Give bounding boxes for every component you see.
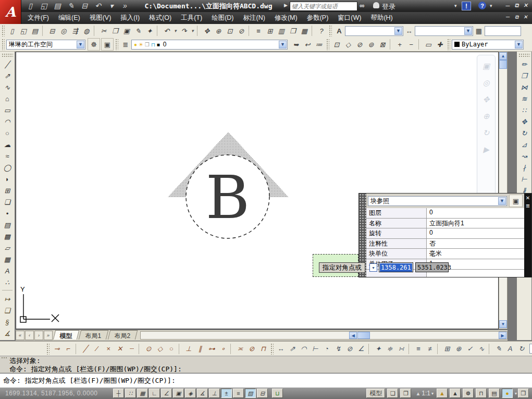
dim-jog-line-icon[interactable]: ∿ <box>476 344 487 354</box>
palette-properties-icon[interactable]: ≣ <box>526 203 530 209</box>
open-icon[interactable]: ◱ <box>18 26 29 36</box>
layer-previous-icon[interactable]: ↩ <box>302 39 313 50</box>
snap-insertion-icon[interactable]: ⊶ <box>206 344 217 354</box>
layer-properties-manager-icon[interactable]: ≣ <box>120 39 131 50</box>
spline-icon[interactable]: ≈ <box>1 150 14 162</box>
login-dropdown-icon[interactable]: ▾ <box>454 3 457 8</box>
zoom-scale-icon[interactable]: ⊘ <box>354 39 365 50</box>
osnap-settings-icon[interactable]: ⊓ <box>257 344 269 354</box>
ducs-toggle[interactable]: ⊥ <box>209 389 220 398</box>
chevron-down-icon[interactable]: ▼ <box>464 27 472 35</box>
move-icon[interactable]: ✥ <box>518 116 530 127</box>
nav-orbit-icon[interactable]: ↻ <box>483 128 490 138</box>
vertical-scrollbar[interactable]: ▲ ▼ <box>499 52 508 329</box>
undo-icon[interactable]: ↶ <box>93 1 103 10</box>
snap-nearest-icon[interactable]: ≍ <box>234 344 246 354</box>
quick-dim-icon[interactable]: ✦ <box>373 344 384 354</box>
dynamic-input-list-icon[interactable]: ▾ <box>369 263 377 272</box>
snap-none-icon[interactable]: ⊘ <box>246 344 257 354</box>
property-row[interactable]: 注释性 否 <box>366 239 524 249</box>
copy-icon[interactable]: ❐ <box>109 26 121 36</box>
tool-palettes-icon[interactable]: ▥ <box>276 26 287 36</box>
menu-item[interactable]: 参数(P) <box>302 13 333 23</box>
help-icon[interactable]: ? <box>316 26 327 36</box>
zoom-dynamic-icon[interactable]: ◇ <box>342 39 354 50</box>
steering-wheel-icon[interactable]: ◎ <box>482 78 489 88</box>
more-commands-icon[interactable]: » <box>120 1 130 10</box>
dynamic-input-y-field[interactable]: 5351.0233 <box>415 262 449 272</box>
horizontal-scrollbar[interactable]: ◀ ▶ <box>140 331 508 340</box>
text-style-icon[interactable]: A <box>333 26 345 36</box>
layer-states-manager-icon[interactable]: ≔ <box>313 39 325 50</box>
scroll-down-icon[interactable]: ▼ <box>499 320 507 328</box>
copy-base-icon[interactable]: ❑ <box>1 305 14 316</box>
dim-space-icon[interactable]: ≡ <box>413 344 424 354</box>
chevron-down-icon[interactable]: ▼ <box>498 197 506 205</box>
menu-item[interactable]: 编辑(E) <box>54 13 85 23</box>
snap-from-icon[interactable]: ⌐ <box>63 344 74 354</box>
make-object-layer-current-icon[interactable]: ➥ <box>290 39 302 50</box>
color-control-combo[interactable]: ByLayer ▼ <box>452 40 524 50</box>
nav-zoom-icon[interactable]: ⊕ <box>483 112 490 121</box>
snap-tangent-icon[interactable]: ○ <box>166 344 177 354</box>
zoom-all-icon[interactable]: ▭ <box>423 39 434 50</box>
vertical-scroll-thumb[interactable] <box>499 60 507 69</box>
zoom-window-icon[interactable]: ⊡ <box>331 39 342 50</box>
polyline-icon[interactable]: ∿ <box>1 81 14 93</box>
dim-linear-icon[interactable]: ↔ <box>275 344 287 354</box>
doc-restore-icon[interactable]: ⧉ <box>512 14 521 20</box>
menu-item[interactable]: 工具(T) <box>176 13 207 23</box>
command-input-line[interactable]: 命令: 指定对角点或 [栏选(F)/圈围(WP)/圈交(CP)]: <box>0 373 532 388</box>
app-minimize-icon[interactable]: ─ <box>503 2 512 9</box>
circle-icon[interactable]: ○ <box>1 127 14 139</box>
table-style-icon[interactable]: ▦ <box>473 26 485 36</box>
snap-endpoint-icon[interactable]: ╱ <box>80 344 91 354</box>
rotate-icon[interactable]: ↻ <box>518 127 530 139</box>
object-type-combo[interactable]: 块参照 ▼ <box>368 196 507 206</box>
workspace-settings-icon[interactable]: ☸ <box>88 38 100 51</box>
scroll-right-icon[interactable]: ▶ <box>499 332 506 339</box>
quick-properties-toggle[interactable]: ⊟ <box>257 389 268 398</box>
transparency-toggle[interactable]: ▨ <box>245 389 256 398</box>
next-tab-icon[interactable]: › <box>34 331 43 340</box>
create-block-icon[interactable]: ❏ <box>1 196 14 208</box>
snap-parallel-icon[interactable]: ∥ <box>194 344 206 354</box>
tray-bulb-icon[interactable]: ● <box>502 389 513 398</box>
insert-block-icon[interactable]: ⊞ <box>1 185 14 196</box>
annotation-scroll-icon[interactable]: § <box>1 316 14 328</box>
paste-icon[interactable]: ▣ <box>121 26 132 36</box>
arc-icon[interactable]: ◠ <box>1 116 14 127</box>
first-tab-icon[interactable]: « <box>16 331 24 340</box>
dim-edit-icon[interactable]: ✎ <box>493 344 504 354</box>
undo-dropdown-icon[interactable]: ▾ <box>106 1 117 10</box>
menu-item[interactable]: 帮助(H) <box>366 13 397 23</box>
snap-intersection-icon[interactable]: × <box>103 344 114 354</box>
snap-quadrant-icon[interactable]: ◇ <box>154 344 166 354</box>
dim-update-icon[interactable]: ↻ <box>516 344 527 354</box>
tolerance-icon[interactable]: ⊞ <box>441 344 453 354</box>
elevation-letter[interactable]: B <box>206 162 250 232</box>
app-restore-icon[interactable]: ⧉ <box>512 2 521 9</box>
scale-icon[interactable]: ⊿ <box>518 139 530 150</box>
hatch-icon[interactable]: ▨ <box>1 219 14 231</box>
dim-style-icon[interactable]: ↔ <box>403 26 415 36</box>
model-space-button[interactable]: 模型 <box>366 389 385 398</box>
search-binoculars-icon[interactable]: ∞ <box>360 2 364 9</box>
dim-continue-icon[interactable]: ∺ <box>395 344 407 354</box>
stretch-icon[interactable]: ↝ <box>518 150 530 162</box>
chevron-down-icon[interactable]: ▼ <box>515 41 523 49</box>
login-link[interactable]: 登录 <box>382 2 395 11</box>
zoom-realtime-icon[interactable]: ⊕ <box>213 26 224 36</box>
nav-pan-icon[interactable]: ✥ <box>483 95 490 104</box>
osnap-toggle[interactable]: ▣ <box>173 389 184 398</box>
property-row[interactable]: 块单位 毫米 <box>366 249 524 259</box>
chevron-down-icon[interactable]: ▼ <box>279 41 287 49</box>
grid-toggle[interactable]: ▦ <box>137 389 148 398</box>
toolbar-grip[interactable] <box>447 39 450 50</box>
property-row[interactable]: 图层 0 <box>366 208 524 219</box>
center-mark-icon[interactable]: ⊕ <box>453 344 464 354</box>
toolbar-grip[interactable] <box>270 343 274 355</box>
cut-icon[interactable]: ✂ <box>98 26 109 36</box>
status-tray-icon[interactable]: ▤ <box>489 389 500 398</box>
toolbar-grip[interactable] <box>2 53 13 57</box>
